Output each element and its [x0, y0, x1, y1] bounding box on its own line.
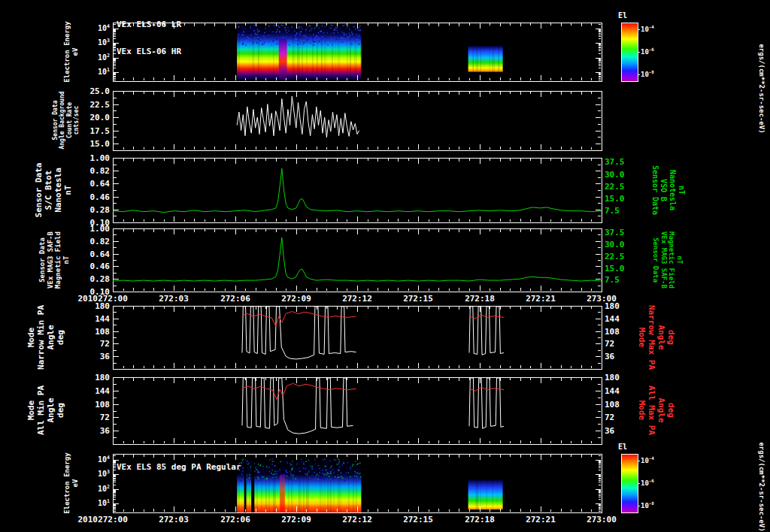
label-line: nT: [677, 165, 686, 215]
x-tick-label: 272:21: [511, 515, 571, 524]
label-line: All Max PA: [646, 385, 656, 435]
label-line: Angle Background: [59, 91, 66, 149]
title-line: VEx ELS-06 LR: [117, 20, 181, 29]
colorbar-tick-label: 10-4: [641, 456, 654, 464]
p4-yaxis-label: Sensor Data VEx MAG3 SAF-B Magnetic Fiel…: [38, 231, 70, 289]
y-tick-label: 72: [68, 339, 110, 349]
p3-right-axis-label: nT Nanotesla VSO B Sensor Data: [650, 165, 685, 215]
p1-yaxis-label: Electron Energy eV: [63, 21, 79, 82]
label-line: Nanotesla: [54, 163, 64, 218]
y-tick-label: 0.64: [68, 179, 110, 189]
y-tick-label: 0.46: [68, 192, 110, 202]
y-tick-label-right: 22.5: [605, 252, 625, 261]
p6-right-axis-label: deg Angle All Max PA Mode: [636, 385, 675, 435]
y-tick-label: 108: [68, 400, 110, 410]
x-tick-label: 272:03: [144, 515, 204, 524]
label-line: Magnetic Field: [54, 231, 62, 289]
plot-screen: 10410310210125.022.520.017.515.01.000.82…: [0, 0, 770, 532]
colorbar-title-top: El: [618, 11, 627, 20]
y-tick-label-right: 72: [605, 339, 614, 349]
y-tick-label-right: 30.0: [605, 170, 625, 180]
p5-right-axis-label: deg Angle Narrow Max PA Mode: [636, 305, 675, 370]
y-tick-label-right: 180: [605, 301, 620, 311]
label-line: nT: [62, 231, 71, 289]
label-line: Count Rate: [66, 91, 73, 149]
flux-units-label-top: ergs/(cm**2-sr-sec-eV): [758, 44, 766, 133]
y-tick-label: 72: [68, 413, 110, 422]
x-tick-label: 272:09: [266, 515, 326, 524]
y-tick-label-right: 37.5: [605, 228, 625, 237]
x-tick-label: 272:12: [327, 515, 387, 524]
label-line: deg: [665, 385, 675, 435]
label-line: Sensor Data: [52, 91, 59, 149]
y-tick-label-right: 7.5: [605, 206, 620, 216]
label-line: Angle: [656, 385, 665, 435]
label-line: Electron Energy: [63, 452, 71, 513]
label-line: eV: [71, 21, 80, 82]
y-tick-label-right: 37.5: [605, 157, 625, 167]
y-tick-label-right: 144: [605, 314, 620, 324]
flux-units-label-bottom: ergs/(cm**2-sr-sec-eV): [758, 442, 766, 531]
y-tick-label-right: 180: [605, 373, 620, 382]
y-tick-label-right: 144: [605, 386, 620, 396]
label-line: Electron Energy: [63, 21, 71, 82]
p2-yaxis-label: Sensor Data Angle Background Count Rate …: [52, 91, 80, 149]
y-tick-label-right: 108: [605, 327, 620, 337]
x-tick-label: 272:21: [511, 294, 571, 304]
label-line: Narrow Min PA: [37, 305, 47, 370]
y-tick-label: 0.28: [68, 274, 110, 284]
x-tick-label: 272:15: [388, 515, 448, 524]
label-line: deg: [665, 305, 675, 370]
label-line: VSO B: [659, 165, 668, 215]
p5-yaxis-label: Mode Narrow Min PA Angle deg: [27, 305, 66, 370]
y-tick-label: 0.64: [68, 249, 110, 259]
label-line: S/C Btot: [44, 163, 54, 218]
p7-yaxis-label: Electron Energy eV: [63, 452, 79, 513]
y-tick-label: 0.82: [68, 237, 110, 246]
label-line: Nanotesla: [668, 165, 677, 215]
label-line: Angle: [47, 305, 56, 370]
y-tick-label-right: 15.0: [605, 264, 625, 274]
label-line: Mode: [636, 385, 646, 435]
x-tick-label: 272:18: [450, 294, 510, 304]
title-line: VEx ELS-06 HR: [117, 47, 181, 56]
y-tick-label: 144: [68, 386, 110, 396]
y-tick-label: 0.82: [68, 166, 110, 176]
y-tick-label: 1.00: [68, 153, 110, 163]
label-line: VEx MAG3 SAF-B: [46, 231, 54, 289]
y-tick-label-right: 108: [605, 400, 620, 410]
colorbar-tick-label: 10-8: [641, 501, 654, 509]
label-line: Mode: [636, 305, 646, 370]
label-line: All Min PA: [37, 385, 47, 435]
label-line: Sensor Data: [650, 165, 659, 215]
x-tick-label: 273:00: [571, 515, 632, 524]
y-tick-label: 1.00: [68, 224, 110, 234]
x-tick-label: 272:18: [450, 515, 510, 524]
p4-right-axis-label: nT Magnetic Field VEx MAG3 SAF-B Sensor …: [652, 231, 684, 289]
y-tick-label-right: 7.5: [605, 275, 620, 285]
y-tick-label: 36: [68, 426, 110, 436]
y-tick-label: 0.28: [68, 205, 110, 215]
label-line: nT: [64, 163, 74, 218]
spectrogram-top-title: VEx ELS-06 LR VEx ELS-06 HR: [117, 2, 181, 74]
label-line: VEx MAG3 SAF-B: [659, 231, 668, 289]
label-line: Narrow Max PA: [646, 305, 656, 370]
title-line: VEx ELS 85 deg PA Regular: [117, 463, 241, 472]
y-tick-label: 180: [68, 301, 110, 311]
label-line: Angle: [656, 305, 665, 370]
y-tick-label-right: 36: [605, 352, 614, 361]
spectrogram-bottom-title: VEx ELS 85 deg PA Regular: [117, 445, 241, 490]
y-tick-label-right: 30.0: [605, 240, 625, 249]
p3-yaxis-label: Sensor Data S/C Btot Nanotesla nT: [35, 163, 74, 218]
label-line: Sensor Data: [652, 231, 660, 289]
y-tick-label-right: 22.5: [605, 182, 625, 192]
colorbar-tick-label: 10-8: [641, 70, 654, 78]
y-tick-label-right: 72: [605, 413, 614, 422]
y-tick-label-right: 36: [605, 426, 614, 436]
colorbar-title-bottom: El: [618, 443, 627, 451]
x-axis-year-label: 2010: [65, 515, 98, 524]
y-tick-label: 180: [68, 373, 110, 382]
colorbar-tick-label: 10-6: [641, 47, 654, 56]
x-tick-label: 272:09: [266, 294, 326, 304]
label-line: cnts/sec: [73, 91, 80, 149]
